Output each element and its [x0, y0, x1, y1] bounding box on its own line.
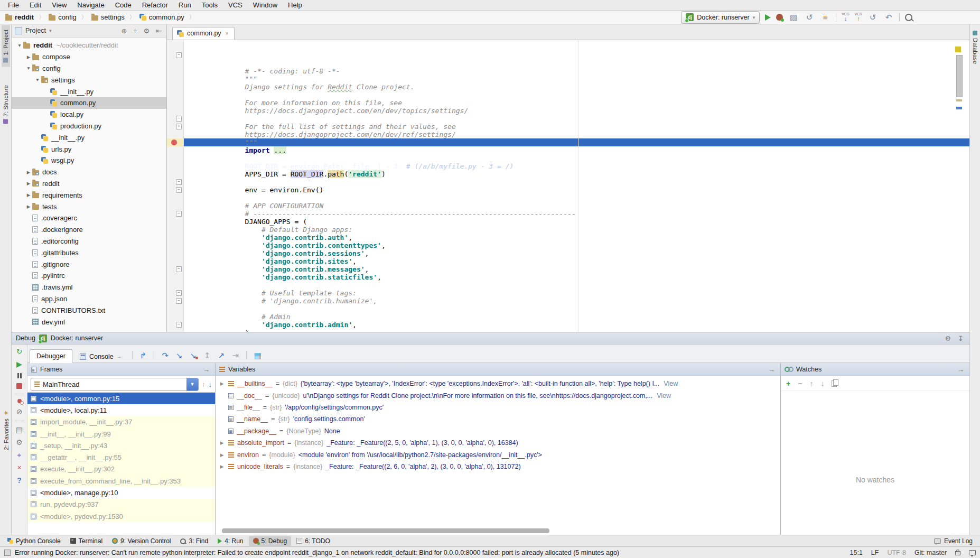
project-tree-item[interactable]: .coveragerc — [12, 212, 166, 224]
step-out-button[interactable]: ↥ — [201, 351, 214, 362]
breadcrumb-item[interactable]: config 〉 — [48, 13, 88, 22]
local-history-button[interactable]: ↺ — [867, 13, 878, 22]
error-stripe-mark[interactable] — [956, 99, 962, 101]
gutter-row[interactable] — [167, 281, 183, 289]
gutter-row[interactable] — [167, 67, 183, 75]
gutter-row[interactable] — [167, 234, 183, 241]
gutter-row[interactable] — [167, 226, 183, 234]
sidebar-tab-database[interactable]: Database — [971, 26, 979, 68]
step-over-button[interactable]: ↷ — [158, 351, 172, 362]
stack-frame-row[interactable]: <module>, pydevd.py:1530 — [27, 510, 215, 522]
menu-item[interactable]: File — [3, 1, 24, 10]
project-tree-item[interactable]: ▼ reddit ~/cookiecutter/reddit — [12, 40, 166, 51]
remove-watch-button[interactable]: − — [798, 379, 802, 388]
hide-panel-button[interactable]: ↧ — [956, 334, 965, 342]
stop-button[interactable] — [16, 383, 22, 389]
gutter-row[interactable] — [167, 194, 183, 202]
variable-row[interactable]: ▶ environ = {module} <module 'environ' f… — [216, 449, 780, 460]
project-tree-item[interactable]: .gitattributes — [12, 247, 166, 258]
previous-frame-button[interactable]: ↑ — [202, 380, 206, 388]
gutter-row[interactable] — [167, 170, 183, 178]
breadcrumb-item[interactable]: common.py 〉 — [138, 13, 196, 22]
run-button[interactable] — [765, 14, 771, 21]
tree-expand-icon[interactable]: ▼ — [16, 43, 23, 48]
run-to-cursor-button[interactable]: ↗ — [215, 351, 228, 362]
variable-row[interactable]: __file__ = {str} '/app/config/settings/c… — [216, 402, 780, 413]
hide-panel-button[interactable]: ⇤ — [154, 27, 163, 35]
menu-item[interactable]: VCS — [223, 1, 247, 10]
file-encoding[interactable]: UTF-8 — [887, 549, 906, 556]
expand-arrow-icon[interactable]: ▶ — [219, 464, 225, 469]
tool-window-button[interactable]: 3: Find — [176, 536, 212, 546]
project-tree-item[interactable]: ▶ tests — [12, 201, 166, 212]
tool-window-button[interactable]: 6: TODO — [292, 536, 334, 546]
panel-options-icon[interactable]: → — [956, 366, 966, 374]
tool-window-button[interactable]: 5: Debug — [249, 536, 292, 546]
run-configuration-select[interactable]: dj Docker: runserver ▾ — [681, 11, 760, 24]
stack-frame-row[interactable]: execute, __init__.py:302 — [27, 463, 215, 475]
restore-layout-button[interactable]: ▤ — [16, 426, 23, 434]
caret-position[interactable]: 15:1 — [850, 549, 863, 556]
next-frame-button[interactable]: ↓ — [209, 380, 212, 388]
tree-expand-icon[interactable]: ▶ — [25, 192, 32, 198]
gutter-row[interactable] — [167, 186, 183, 194]
gutter-row[interactable] — [167, 131, 183, 138]
menu-item[interactable]: Refactor — [137, 1, 173, 10]
tool-window-button[interactable]: 4: Run — [213, 536, 247, 546]
gutter-row[interactable] — [167, 178, 183, 186]
menu-item[interactable]: Tools — [197, 1, 222, 10]
tree-expand-icon[interactable]: ▶ — [25, 181, 32, 186]
vcs-commit-button[interactable]: VCS↑ — [855, 12, 862, 22]
gutter-row[interactable] — [167, 249, 183, 257]
gutter-row[interactable] — [167, 321, 183, 329]
line-ending-selector[interactable]: LF — [871, 549, 879, 556]
gutter-row[interactable] — [167, 99, 183, 107]
menu-item[interactable]: Help — [283, 1, 307, 10]
help-button[interactable]: ? — [17, 477, 22, 485]
editor-scrollbar[interactable] — [956, 55, 963, 97]
project-tree-item[interactable]: ▼ settings — [12, 74, 166, 86]
project-tree-item[interactable]: __init__.py — [12, 132, 166, 143]
gutter-row[interactable] — [167, 123, 183, 131]
gutter-row[interactable] — [167, 297, 183, 305]
gutter-row[interactable] — [167, 257, 183, 265]
read-only-lock-icon[interactable] — [955, 551, 960, 555]
event-log-button[interactable]: Event Log — [934, 537, 977, 545]
screen-reader-icon[interactable] — [969, 550, 976, 555]
status-message[interactable]: Error running Docker: runserver: Can't r… — [15, 549, 619, 556]
project-tree-item[interactable]: .pylintrc — [12, 270, 166, 282]
pause-button[interactable] — [17, 373, 22, 378]
project-tree-item[interactable]: common.py — [12, 97, 166, 109]
close-icon[interactable]: × — [17, 464, 21, 472]
variable-row[interactable]: ▶ absolute_import = {instance} _Feature:… — [216, 437, 780, 449]
step-into-my-code-button[interactable]: ↘ — [187, 351, 200, 362]
error-stripe-warning-mark[interactable] — [955, 46, 961, 52]
stack-frame-row[interactable]: <module>, manage.py:10 — [27, 487, 215, 498]
project-tree-item[interactable]: ▶ requirements — [12, 189, 166, 201]
code-line[interactable]: ROOT_DIR = environ.Path(__file__) - 3 # … — [184, 138, 969, 146]
gutter-row[interactable] — [167, 305, 183, 313]
project-tree-item[interactable]: urls.py — [12, 143, 166, 155]
stack-frame-row[interactable]: run, pydevd.py:937 — [27, 499, 215, 510]
sidebar-tab-favorites[interactable]: 2: Favorites★ — [2, 405, 11, 454]
tab-console[interactable]: Console→ — [73, 350, 128, 363]
show-execution-point-button[interactable]: ↱ — [137, 351, 150, 362]
stack-frame-row[interactable]: <module>, common.py:15 — [27, 393, 215, 404]
pin-tab-button[interactable]: ⌖ — [17, 451, 22, 459]
variable-row[interactable]: __name__ = {str} 'config.settings.common… — [216, 413, 780, 425]
view-breakpoints-button[interactable] — [17, 399, 22, 403]
breadcrumb-item[interactable]: settings 〉 — [90, 13, 136, 22]
rollback-button[interactable]: ↶ — [883, 13, 894, 22]
gutter-row[interactable] — [167, 265, 183, 273]
project-tree-item[interactable]: .dockerignore — [12, 224, 166, 236]
panel-options-icon[interactable]: → — [767, 366, 777, 374]
tool-window-button[interactable]: Terminal — [66, 536, 107, 546]
tool-window-button[interactable]: Python Console — [3, 536, 65, 546]
project-tree-item[interactable]: __init__.py — [12, 86, 166, 97]
menu-item[interactable]: Navigate — [72, 1, 109, 10]
run-targets-button[interactable]: ≡ — [820, 13, 830, 22]
menu-item[interactable]: Window — [248, 1, 282, 10]
horizontal-scrollbar[interactable] — [222, 528, 549, 533]
thread-select[interactable]: MainThread ▼ — [31, 378, 199, 391]
resume-button[interactable]: ▶ — [16, 360, 22, 368]
